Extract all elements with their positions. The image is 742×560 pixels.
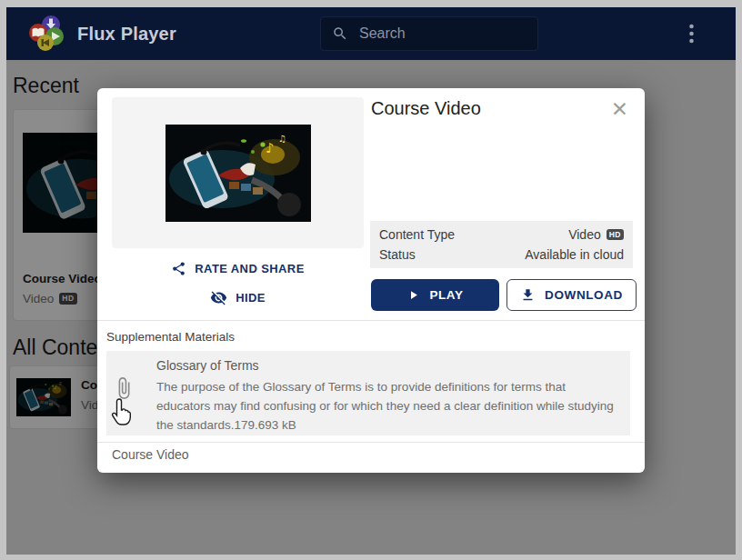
share-icon: [171, 261, 186, 276]
supplemental-materials-heading: Supplemental Materials: [106, 330, 645, 344]
attachment-item[interactable]: Glossary of Terms The purpose of the Glo…: [106, 351, 630, 435]
dialog-thumbnail: ♪♫: [165, 125, 311, 222]
rate-and-share-label: RATE AND SHARE: [195, 262, 304, 275]
top-navbar: Flux Player: [6, 7, 736, 60]
dialog-title: Course Video: [371, 98, 481, 119]
paperclip-icon: [112, 376, 135, 400]
section-divider: [97, 320, 645, 321]
status-value: Available in cloud: [525, 247, 624, 262]
status-row: Status Available in cloud: [379, 245, 624, 264]
dialog-footer-title: Course Video: [112, 447, 189, 462]
app-window: Flux Player Recent ♪♫ Course Video Video…: [6, 7, 736, 555]
search-input[interactable]: [359, 25, 514, 42]
status-label: Status: [379, 247, 416, 262]
media-info-box: Content Type Video HD Status Available i…: [370, 221, 633, 268]
eye-off-icon: [210, 289, 227, 306]
app-title: Flux Player: [77, 24, 176, 45]
attachment-title: Glossary of Terms: [156, 358, 259, 373]
svg-text:♪: ♪: [266, 140, 275, 156]
close-icon[interactable]: ✕: [611, 99, 628, 120]
svg-text:♫: ♫: [278, 134, 286, 144]
rate-and-share-button[interactable]: RATE AND SHARE: [112, 261, 364, 276]
search-icon: [332, 25, 348, 42]
footer-divider: [97, 442, 645, 443]
overflow-menu-icon[interactable]: [685, 23, 697, 45]
download-icon: [520, 287, 536, 303]
hd-badge: HD: [607, 229, 624, 241]
content-type-row: Content Type Video HD: [379, 225, 624, 244]
dialog-thumbnail-panel: ♪♫: [112, 97, 364, 248]
content-type-label: Content Type: [379, 227, 455, 242]
hide-label: HIDE: [236, 291, 266, 305]
search-box[interactable]: [320, 16, 538, 51]
flux-player-logo-icon: [26, 14, 66, 54]
play-label: PLAY: [429, 288, 463, 302]
play-icon: [406, 288, 420, 302]
hide-button[interactable]: HIDE: [112, 289, 364, 306]
course-video-dialog: ♪♫ RATE AND SHARE HIDE Course Video ✕ Co…: [97, 88, 645, 473]
content-type-value: Video: [568, 227, 601, 242]
download-label: DOWNLOAD: [545, 288, 623, 302]
attachment-description: The purpose of the Glossary of Terms is …: [156, 377, 616, 435]
dialog-actions: PLAY DOWNLOAD: [371, 279, 637, 311]
dialog-body: ♪♫ RATE AND SHARE HIDE Course Video ✕ Co…: [97, 88, 645, 320]
download-button[interactable]: DOWNLOAD: [506, 279, 637, 311]
play-button[interactable]: PLAY: [371, 279, 499, 311]
